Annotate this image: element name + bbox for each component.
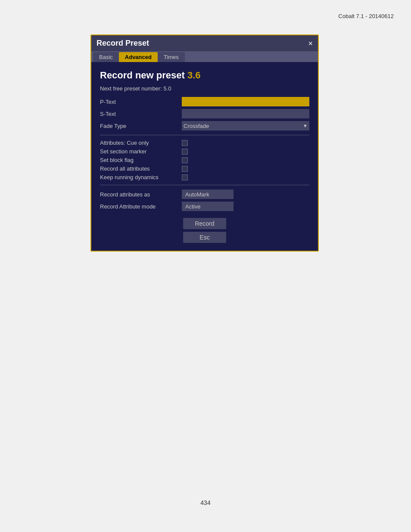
dialog-title: Record Preset: [97, 39, 149, 48]
record-button[interactable]: Record: [183, 218, 226, 229]
tab-basic[interactable]: Basic: [93, 52, 119, 62]
fade-type-label: Fade Type: [100, 123, 182, 129]
dialog-titlebar: Record Preset ×: [91, 35, 318, 51]
preset-number: 3.6: [187, 70, 201, 81]
checkbox-running-dynamics: Keep running dynamics: [100, 174, 309, 180]
checkbox-section-marker-label: Set section marker: [100, 148, 182, 155]
p-text-input[interactable]: [182, 97, 309, 106]
p-text-label: P-Text: [100, 99, 182, 105]
record-attribute-mode-dropdown[interactable]: Active: [182, 202, 234, 211]
s-text-label: S-Text: [100, 111, 182, 117]
checkbox-running-dynamics-label: Keep running dynamics: [100, 174, 182, 180]
checkbox-section-marker: Set section marker: [100, 148, 309, 155]
checkbox-record-all-label: Record all attributes: [100, 165, 182, 172]
checkbox-block-flag-label: Set block flag: [100, 157, 182, 163]
record-attribute-mode-value: Active: [185, 203, 200, 210]
record-attribute-mode-label: Record Attribute mode: [100, 203, 182, 210]
version-label: Cobalt 7.1 - 20140612: [338, 13, 394, 19]
checkbox-section-marker-input[interactable]: [182, 149, 188, 155]
s-text-row: S-Text: [100, 109, 309, 118]
checkbox-block-flag: Set block flag: [100, 157, 309, 163]
s-text-input[interactable]: [182, 109, 309, 118]
record-preset-dialog: Record Preset × Basic Advanced Times Rec…: [90, 34, 319, 252]
tabs-bar: Basic Advanced Times: [91, 51, 318, 62]
heading-prefix: Record new preset: [100, 70, 187, 81]
record-attributes-as-dropdown[interactable]: AutoMark: [182, 190, 234, 199]
close-button[interactable]: ×: [308, 40, 313, 47]
checkbox-record-all-input[interactable]: [182, 166, 188, 172]
dialog-wrapper: Record Preset × Basic Advanced Times Rec…: [90, 34, 319, 252]
tab-advanced[interactable]: Advanced: [119, 52, 158, 62]
page-number: 434: [200, 499, 210, 506]
esc-button[interactable]: Esc: [183, 232, 226, 243]
fade-type-value: Crossfade: [184, 123, 209, 129]
record-attributes-as-value: AutoMark: [185, 191, 209, 198]
checkbox-cue-only: Attributes: Cue only: [100, 140, 309, 146]
preset-heading: Record new preset 3.6: [100, 70, 309, 81]
checkbox-cue-only-label: Attributes: Cue only: [100, 140, 182, 146]
next-free-preset: Next free preset number: 5.0: [100, 85, 309, 92]
fade-type-row: Fade Type Crossfade ▼: [100, 121, 309, 131]
fade-type-dropdown[interactable]: Crossfade ▼: [182, 121, 309, 131]
dropdown-arrow-icon: ▼: [303, 123, 308, 128]
record-attributes-as-row: Record attributes as AutoMark: [100, 190, 309, 199]
p-text-row: P-Text: [100, 97, 309, 106]
dialog-body: Record new preset 3.6 Next free preset n…: [91, 62, 318, 251]
tab-times[interactable]: Times: [158, 52, 185, 62]
buttons-area: Record Esc: [100, 218, 309, 243]
record-attributes-as-label: Record attributes as: [100, 191, 182, 198]
record-attribute-mode-row: Record Attribute mode Active: [100, 202, 309, 211]
checkbox-cue-only-input[interactable]: [182, 140, 188, 146]
checkbox-record-all: Record all attributes: [100, 165, 309, 172]
checkbox-running-dynamics-input[interactable]: [182, 174, 188, 180]
divider-2: [100, 185, 309, 185]
divider-1: [100, 135, 309, 135]
checkbox-block-flag-input[interactable]: [182, 157, 188, 163]
